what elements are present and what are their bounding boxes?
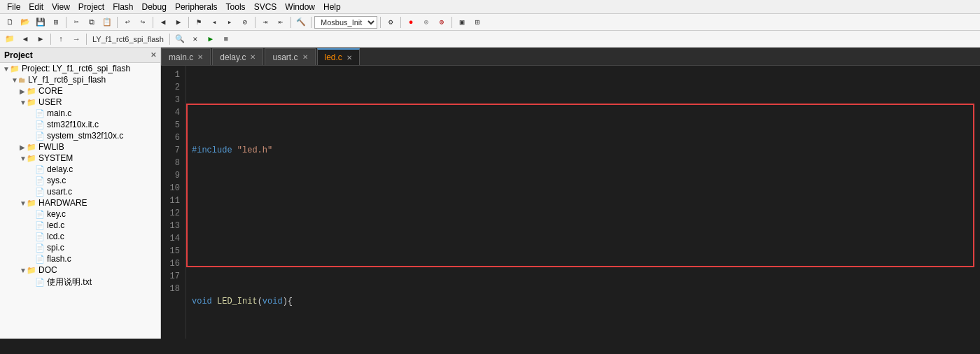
prev-bookmark-button[interactable]: ◂ [207, 15, 221, 29]
project-subroot-item[interactable]: ▼ 🖿 LY_f1_rct6_spi_flash [11, 74, 160, 85]
tab-usart-c[interactable]: usart.c ✕ [265, 48, 315, 65]
nav-back-button[interactable]: ◀ [156, 15, 170, 29]
tab-main-c[interactable]: main.c ✕ [161, 48, 211, 65]
separator-t2-3 [169, 34, 170, 45]
build-icon[interactable]: 🔨 [294, 15, 308, 29]
file-flash-item[interactable]: 📄 flash.c [28, 253, 160, 264]
ln-14: 14 [164, 232, 180, 245]
tab-usart-c-close[interactable]: ✕ [302, 53, 308, 61]
cut-button[interactable]: ✂ [69, 15, 83, 29]
menu-peripherals[interactable]: Peripherals [171, 0, 222, 13]
new-file-button[interactable]: 🗋 [3, 15, 17, 29]
group-core-item[interactable]: ▶ 📁 CORE [20, 85, 160, 97]
redo-button[interactable]: ↪ [136, 15, 150, 29]
menu-flash[interactable]: Flash [108, 0, 137, 13]
file-main-icon: 📄 [35, 109, 45, 118]
file-flash-label: flash.c [47, 254, 71, 264]
debug-button[interactable]: ⊕ [435, 15, 449, 29]
open-file-button[interactable]: 📂 [18, 15, 32, 29]
run-button[interactable]: ● [404, 15, 418, 29]
indent-button[interactable]: ⇥ [258, 15, 272, 29]
user-toggle-icon: ▼ [20, 99, 27, 106]
code-editor[interactable]: 1 2 3 4 5 6 7 8 9 10 11 12 13 14 15 16 1… [161, 66, 980, 339]
arrow-btn[interactable]: ↑ [54, 32, 68, 46]
paste-button[interactable]: 📋 [100, 15, 114, 29]
save-button[interactable]: 💾 [34, 15, 48, 29]
separator-2 [117, 17, 118, 28]
menu-project[interactable]: Project [74, 0, 108, 13]
file-sys-item[interactable]: 📄 sys.c [28, 175, 160, 186]
file-delay-icon: 📄 [35, 165, 45, 174]
file-lcd-item[interactable]: 📄 lcd.c [28, 231, 160, 242]
bookmark-button[interactable]: ⚑ [192, 15, 206, 29]
toolbar-1: 🗋 📂 💾 ⊞ ✂ ⧉ 📋 ↩ ↪ ◀ ▶ ⚑ ◂ ▸ ⊘ ⇥ ⇤ 🔨 Mosb… [0, 14, 980, 31]
stop-button[interactable]: ⊗ [419, 15, 433, 29]
group-doc-item[interactable]: ▼ 📁 DOC [20, 264, 160, 276]
code-line-1: #include "led.h" [192, 144, 974, 157]
search-btn[interactable]: 🔍 [173, 32, 187, 46]
group-hardware-item[interactable]: ▼ 📁 HARDWARE [20, 197, 160, 208]
window-btn[interactable]: ▣ [455, 15, 469, 29]
menu-svcs[interactable]: SVCS [250, 0, 281, 13]
file-spi-item[interactable]: 📄 spi.c [28, 242, 160, 253]
file-stm-it-item[interactable]: 📄 stm32f10x.it.c [28, 119, 160, 130]
system-folder-icon: 📁 [27, 154, 36, 163]
fwd-btn[interactable]: ▶ [34, 32, 48, 46]
file-system-item[interactable]: 📄 system_stm32f10x.c [28, 130, 160, 141]
ln-1: 1 [164, 69, 180, 81]
group-user-item[interactable]: ▼ 📁 USER [20, 97, 160, 108]
code-content: #include "led.h" void LED_Init(void){ GP… [186, 66, 980, 339]
stop2-btn[interactable]: ■ [219, 32, 233, 46]
tab-delay-c-close[interactable]: ✕ [250, 53, 255, 61]
target-combo[interactable]: Mosbus_Init [314, 16, 377, 29]
group-fwlib-item[interactable]: ▶ 📁 FWLIB [20, 141, 160, 153]
back-btn[interactable]: ◀ [18, 32, 32, 46]
tab-led-c[interactable]: led.c ✕ [317, 48, 360, 65]
next-bookmark-button[interactable]: ▸ [223, 15, 237, 29]
menu-view[interactable]: View [48, 0, 74, 13]
menu-file[interactable]: File [3, 0, 24, 13]
file-delay-item[interactable]: 📄 delay.c [28, 164, 160, 175]
menu-debug[interactable]: Debug [138, 0, 171, 13]
save-all-button[interactable]: ⊞ [49, 15, 63, 29]
arr2-btn[interactable]: → [69, 32, 83, 46]
options-button[interactable]: ⚙ [384, 15, 398, 29]
tab-led-c-close[interactable]: ✕ [346, 54, 352, 62]
main-layout: Project ✕ ▼ 📁 Project: LY_f1_rct6_spi_fl… [0, 48, 980, 339]
project-root-item[interactable]: ▼ 📁 Project: LY_f1_rct6_spi_flash [3, 63, 160, 74]
toolbar-2: 📁 ◀ ▶ ↑ → LY_f1_rct6_spi_flash 🔍 ✕ ▶ ■ [0, 31, 980, 48]
undo-button[interactable]: ↩ [120, 15, 134, 29]
subroot-folder-icon: 🖿 [18, 76, 26, 84]
sidebar-close-icon[interactable]: ✕ [150, 51, 156, 59]
copy-button[interactable]: ⧉ [85, 15, 99, 29]
clear-bookmarks-button[interactable]: ⊘ [238, 15, 252, 29]
separator-4 [188, 17, 189, 28]
group-system-item[interactable]: ▼ 📁 SYSTEM [20, 153, 160, 164]
nav-fwd-button[interactable]: ▶ [172, 15, 186, 29]
file-main-item[interactable]: 📄 main.c [28, 108, 160, 119]
project-btn[interactable]: 📁 [3, 32, 17, 46]
menu-help[interactable]: Help [319, 0, 345, 13]
file-key-item[interactable]: 📄 key.c [28, 208, 160, 220]
tab-main-c-label: main.c [169, 52, 193, 62]
project-path-label: LY_f1_rct6_spi_flash [90, 35, 167, 43]
file-led-item[interactable]: 📄 led.c [28, 220, 160, 231]
file-delay-label: delay.c [47, 164, 73, 174]
clear-btn[interactable]: ✕ [188, 32, 202, 46]
tab-main-c-close[interactable]: ✕ [197, 53, 203, 61]
ln-18: 18 [164, 283, 180, 295]
ln-16: 16 [164, 257, 180, 270]
menu-window[interactable]: Window [281, 0, 319, 13]
tab-delay-c[interactable]: delay.c ✕ [212, 48, 263, 65]
unindent-button[interactable]: ⇤ [274, 15, 288, 29]
settings-btn[interactable]: ⊞ [470, 15, 484, 29]
menu-edit[interactable]: Edit [24, 0, 48, 13]
doc-children: 📄 使用说明.txt [20, 276, 160, 289]
menu-tools[interactable]: Tools [222, 0, 250, 13]
run2-btn[interactable]: ▶ [204, 32, 218, 46]
hardware-toggle-icon: ▼ [20, 199, 27, 207]
file-manual-item[interactable]: 📄 使用说明.txt [28, 276, 160, 289]
file-sys-label: sys.c [47, 176, 66, 185]
tab-bar: main.c ✕ delay.c ✕ usart.c ✕ led.c ✕ [161, 48, 980, 66]
file-usart-item[interactable]: 📄 usart.c [28, 186, 160, 197]
